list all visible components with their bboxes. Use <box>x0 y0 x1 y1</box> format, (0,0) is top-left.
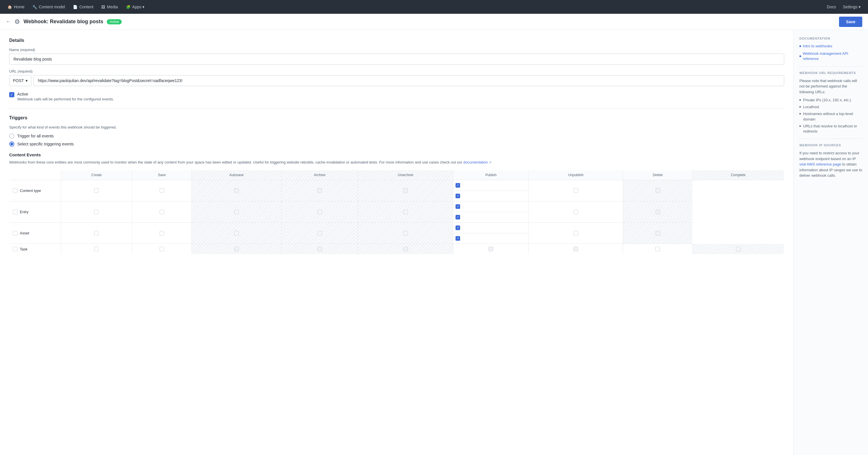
nav-media-label: Media <box>107 5 118 9</box>
col-header-entity <box>9 170 61 180</box>
checkbox-unpublish[interactable]: ✓ <box>456 236 460 241</box>
row-select-checkbox[interactable] <box>13 247 18 251</box>
checkbox-unpublish[interactable]: ✓ <box>456 215 460 220</box>
radio-specific-events-button[interactable] <box>9 141 14 147</box>
save-button[interactable]: Save <box>839 17 862 27</box>
row-select-checkbox[interactable] <box>13 210 18 214</box>
checkbox-unarchive-disabled <box>403 188 408 193</box>
row-select-checkbox[interactable] <box>13 231 18 235</box>
checkbox-delete[interactable] <box>574 231 578 235</box>
media-icon: 🖼 <box>101 5 105 9</box>
sidebar-ip-title: WEBHOOK IP SOURCES <box>799 143 862 147</box>
checkbox-delete[interactable] <box>655 247 660 251</box>
checkbox-complete-disabled <box>656 210 660 214</box>
checkbox-publish[interactable]: ✓ <box>456 183 460 188</box>
checkbox-complete[interactable] <box>736 247 741 251</box>
checkbox-archive[interactable] <box>317 210 322 214</box>
nav-docs[interactable]: Docs <box>824 3 839 11</box>
col-header-archive: Archive <box>282 170 358 180</box>
checkbox-complete-disabled <box>656 231 660 235</box>
checkbox-create[interactable] <box>94 247 99 251</box>
checkbox-unarchive-disabled <box>403 247 408 251</box>
checkbox-unarchive[interactable] <box>403 231 408 235</box>
nav-content-model[interactable]: 🔧 Content model <box>30 3 68 11</box>
details-title: Details <box>9 38 784 43</box>
sidebar-aws-link[interactable]: visit AWS reference page <box>799 162 842 166</box>
checkbox-unarchive[interactable] <box>403 210 408 214</box>
details-section: Details Name (required) URL (required) P… <box>9 38 784 101</box>
content-events-desc: Webhooks from these core entities are mo… <box>9 160 784 165</box>
checkbox-create[interactable] <box>94 210 99 214</box>
checkbox-autosave[interactable] <box>234 210 239 214</box>
sidebar-api-link[interactable]: Webhook management API reference <box>799 51 862 61</box>
name-field-group: Name (required) <box>9 47 784 65</box>
checkbox-create[interactable] <box>94 231 99 235</box>
checkbox-save[interactable] <box>160 231 164 235</box>
col-header-save: Save <box>132 170 191 180</box>
col-header-complete: Complete <box>692 170 784 180</box>
bullet-icon <box>799 45 801 47</box>
name-input[interactable] <box>9 54 784 65</box>
checkbox-autosave-disabled <box>234 188 239 193</box>
page-title: Webhook: Revalidate blog posts <box>24 19 103 25</box>
sidebar-bullet-item: Localhost <box>799 104 862 109</box>
table-row: Entry✓✓ <box>9 201 784 223</box>
radio-all-events-button[interactable] <box>9 133 14 138</box>
triggers-desc: Specify for what kind of events this web… <box>9 125 784 129</box>
table-row: Content type✓✓ <box>9 180 784 201</box>
content-area: Details Name (required) URL (required) P… <box>0 30 794 455</box>
name-label: Name (required) <box>9 47 784 52</box>
table-row: Asset✓✓ <box>9 223 784 244</box>
checkbox-save[interactable] <box>160 188 164 193</box>
url-input[interactable] <box>34 75 784 86</box>
back-button[interactable]: ← <box>6 19 11 25</box>
external-link-icon: ↗ <box>489 161 491 164</box>
sidebar-bullet-item: Private IPs (10.x, 192.x, etc.) <box>799 98 862 103</box>
url-label: URL (required) <box>9 69 784 73</box>
row-select-checkbox[interactable] <box>13 188 18 193</box>
nav-content[interactable]: 📄 Content <box>70 3 96 11</box>
content-icon: 📄 <box>73 5 78 9</box>
sidebar-url-req-title: WEBHOOK URL REQUIREMENTS <box>799 71 862 74</box>
checkbox-delete[interactable] <box>574 188 578 193</box>
radio-all-events[interactable]: Trigger for all events <box>9 133 784 138</box>
active-desc: Webhook calls will be performed for the … <box>17 97 114 101</box>
nav-apps[interactable]: 🧩 Apps ▾ <box>123 3 148 11</box>
active-checkbox[interactable]: ✓ <box>9 92 14 97</box>
url-row: POST ▾ <box>9 75 784 86</box>
events-table: Create Save Autosave Archive Unarchive P… <box>9 170 784 255</box>
nav-media[interactable]: 🖼 Media <box>98 3 121 11</box>
checkbox-create[interactable] <box>94 188 99 193</box>
nav-content-model-label: Content model <box>39 5 65 9</box>
checkbox-publish[interactable]: ✓ <box>456 226 460 230</box>
top-nav: 🏠 Home 🔧 Content model 📄 Content 🖼 Media… <box>0 0 868 14</box>
page-header: ← ⚙ Webhook: Revalidate blog posts Activ… <box>0 14 868 30</box>
checkbox-publish[interactable]: ✓ <box>456 204 460 209</box>
main-layout: Details Name (required) URL (required) P… <box>0 30 868 455</box>
checkbox-autosave-disabled <box>234 247 239 251</box>
nav-home[interactable]: 🏠 Home <box>5 3 27 11</box>
triggers-section: Triggers Specify for what kind of events… <box>9 115 784 255</box>
checkbox-archive[interactable] <box>317 231 322 235</box>
checkbox-unpublish-disabled <box>574 247 578 251</box>
checkbox-unpublish[interactable]: ✓ <box>456 194 460 198</box>
gear-icon: ⚙ <box>14 18 20 26</box>
doc-link[interactable]: documentation ↗ <box>463 160 491 164</box>
sidebar-intro-link[interactable]: Intro to webhooks <box>799 43 862 49</box>
nav-content-label: Content <box>79 5 93 9</box>
checkbox-save[interactable] <box>160 247 164 251</box>
url-field-group: URL (required) POST ▾ <box>9 69 784 86</box>
method-select[interactable]: POST ▾ <box>9 75 31 86</box>
active-checkbox-row: ✓ Active Webhook calls will be performed… <box>9 92 784 101</box>
checkbox-delete[interactable] <box>574 210 578 214</box>
col-header-publish: Publish <box>453 170 529 180</box>
col-header-create: Create <box>61 170 132 180</box>
nav-apps-label: Apps ▾ <box>132 5 145 9</box>
status-badge: Active <box>107 19 122 24</box>
checkbox-autosave[interactable] <box>234 231 239 235</box>
nav-settings[interactable]: Settings ▾ <box>840 3 863 11</box>
col-header-unarchive: Unarchive <box>358 170 453 180</box>
col-header-autosave: Autosave <box>191 170 281 180</box>
radio-specific-events[interactable]: Select specific triggering events <box>9 141 784 147</box>
checkbox-save[interactable] <box>160 210 164 214</box>
